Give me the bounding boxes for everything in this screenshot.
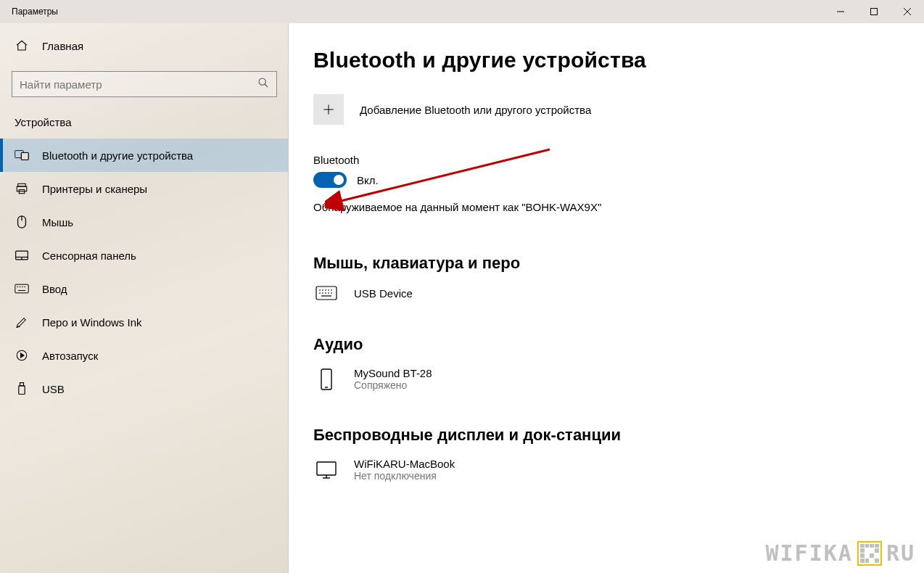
section-audio-title: Аудио <box>313 335 923 354</box>
sidebar-item-printers[interactable]: Принтеры и сканеры <box>0 172 289 205</box>
qr-icon <box>857 541 882 566</box>
watermark-text-left: WIFIKA <box>766 540 853 566</box>
phone-device-icon <box>313 368 339 391</box>
device-usb[interactable]: USB Device <box>313 284 923 302</box>
svg-rect-7 <box>21 152 28 160</box>
device-name: USB Device <box>354 287 413 300</box>
search-input[interactable] <box>20 78 257 91</box>
svg-rect-42 <box>321 369 331 389</box>
svg-rect-10 <box>17 186 27 191</box>
home-link[interactable]: Главная <box>0 23 289 68</box>
sidebar-item-label: Автозапуск <box>42 350 98 362</box>
sidebar-item-mouse[interactable]: Мышь <box>0 205 289 239</box>
add-device-label: Добавление Bluetooth или другого устройс… <box>360 104 591 116</box>
search-box[interactable] <box>12 71 277 97</box>
toggle-state-label: Вкл. <box>357 174 379 186</box>
sidebar-item-touchpad[interactable]: Сенсорная панель <box>0 239 289 272</box>
monitor-device-icon <box>313 461 339 479</box>
usb-icon <box>15 382 29 396</box>
keyboard-device-icon <box>313 286 339 300</box>
svg-rect-1 <box>871 9 878 15</box>
sidebar-item-label: USB <box>42 383 65 395</box>
search-container <box>12 71 277 97</box>
search-icon <box>257 77 269 91</box>
add-device-button[interactable]: Добавление Bluetooth или другого устройс… <box>313 94 923 125</box>
toggle-knob <box>334 175 344 185</box>
svg-rect-9 <box>18 184 26 186</box>
sidebar-section-title: Устройства <box>0 110 289 139</box>
discoverable-text: Обнаруживаемое на данный момент как "BOH… <box>313 201 923 213</box>
device-wireless-display[interactable]: WiFiKARU-MacBook Нет подключения <box>313 456 923 483</box>
plus-icon <box>313 94 344 125</box>
device-text: MySound BT-28 Сопряжено <box>354 367 432 391</box>
autoplay-icon <box>15 349 29 362</box>
home-icon <box>15 39 29 52</box>
sidebar-item-label: Ввод <box>42 283 67 295</box>
watermark: WIFIKA RU <box>766 540 916 566</box>
watermark-text-right: RU <box>886 540 915 566</box>
keyboard-icon <box>15 284 29 294</box>
sidebar-item-label: Сенсорная панель <box>42 250 136 262</box>
sidebar-item-typing[interactable]: Ввод <box>0 272 289 305</box>
svg-rect-17 <box>15 284 28 293</box>
device-name: WiFiKARU-MacBook <box>354 458 455 470</box>
sidebar-item-label: Перо и Windows Ink <box>42 316 142 329</box>
svg-rect-44 <box>317 462 336 475</box>
home-label: Главная <box>42 40 83 52</box>
svg-rect-25 <box>20 383 24 386</box>
page-title: Bluetooth и другие устройства <box>313 48 923 73</box>
sidebar: Главная Устройства Bluetooth и другие ус… <box>0 23 289 573</box>
bluetooth-label: Bluetooth <box>313 154 923 166</box>
sidebar-item-label: Принтеры и сканеры <box>42 183 147 195</box>
sidebar-item-usb[interactable]: USB <box>0 372 289 405</box>
svg-point-4 <box>259 78 265 85</box>
sidebar-item-pen[interactable]: Перо и Windows Ink <box>0 305 289 339</box>
section-wireless-title: Беспроводные дисплеи и док-станции <box>313 426 923 445</box>
svg-rect-26 <box>19 386 25 395</box>
titlebar: Параметры <box>0 0 924 23</box>
device-status: Нет подключения <box>354 470 455 482</box>
sidebar-item-autoplay[interactable]: Автозапуск <box>0 339 289 372</box>
sidebar-item-bluetooth[interactable]: Bluetooth и другие устройства <box>0 139 289 172</box>
device-status: Сопряжено <box>354 379 432 391</box>
touchpad-icon <box>15 250 29 261</box>
svg-line-5 <box>265 84 268 87</box>
maximize-button[interactable] <box>857 0 891 23</box>
device-name: MySound BT-28 <box>354 367 432 379</box>
bluetooth-toggle-row: Вкл. <box>313 172 923 188</box>
content-area: Bluetooth и другие устройства Добавление… <box>289 23 924 573</box>
pen-icon <box>15 316 29 329</box>
window-title: Параметры <box>0 7 58 17</box>
app-body: Главная Устройства Bluetooth и другие ус… <box>0 23 924 573</box>
close-button[interactable] <box>891 0 924 23</box>
device-audio[interactable]: MySound BT-28 Сопряжено <box>313 366 923 392</box>
sidebar-item-label: Bluetooth и другие устройства <box>42 149 193 162</box>
bluetooth-toggle[interactable] <box>313 172 347 188</box>
section-mouse-title: Мышь, клавиатура и перо <box>313 254 923 273</box>
sidebar-item-label: Мышь <box>42 216 73 228</box>
printer-icon <box>15 182 29 195</box>
window-controls <box>824 0 924 23</box>
minimize-button[interactable] <box>824 0 857 23</box>
device-text: USB Device <box>354 287 413 300</box>
mouse-icon <box>15 215 29 229</box>
device-text: WiFiKARU-MacBook Нет подключения <box>354 458 455 482</box>
devices-icon <box>15 149 29 161</box>
svg-marker-24 <box>21 353 25 358</box>
